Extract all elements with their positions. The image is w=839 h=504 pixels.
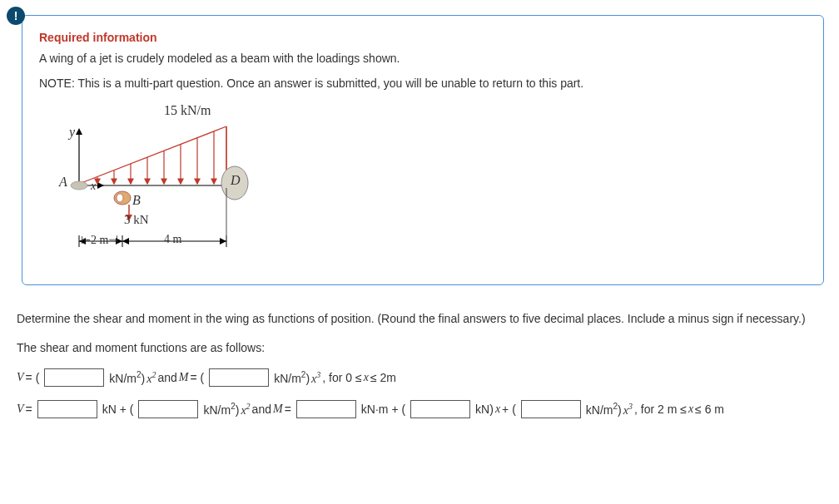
svg-line-4 <box>79 126 226 184</box>
range-2a: , for 2 m ≤ <box>634 403 687 416</box>
var-x-2: x <box>495 403 500 416</box>
text-knm-2: kN·m + ( <box>361 403 405 416</box>
var-x3-2: x3 <box>623 402 633 418</box>
svg-marker-37 <box>122 238 129 245</box>
equation-row-2: V = kN + ( kN/m2) x2 and M = kN·m + ( kN… <box>17 400 822 418</box>
axis-x-label: x <box>91 180 96 193</box>
unit-knm2-1b: kN/m2) <box>274 370 310 385</box>
force-label: 3 kN <box>124 213 149 227</box>
point-a-label: A <box>59 175 67 190</box>
question-intro: The shear and moment functions are as fo… <box>17 339 822 357</box>
required-text-2: NOTE: This is a multi-part question. Onc… <box>39 76 807 92</box>
svg-marker-21 <box>211 179 216 184</box>
svg-marker-11 <box>128 179 133 184</box>
range-2b: ≤ 6 m <box>695 403 724 416</box>
svg-marker-9 <box>112 179 117 184</box>
range-x-2: x <box>688 403 693 416</box>
alert-icon: ! <box>7 7 25 25</box>
range-1a: , for 0 ≤ <box>322 371 361 384</box>
svg-marker-38 <box>220 238 226 245</box>
text-knx-2: kN) <box>475 403 494 416</box>
text-eqopen2-1: = ( <box>190 371 204 384</box>
svg-marker-3 <box>97 182 104 189</box>
point-b-label: B <box>132 193 141 208</box>
var-x2-2: x2 <box>241 402 250 418</box>
var-m-1: M <box>179 371 189 384</box>
input-m2-const[interactable] <box>296 400 356 418</box>
svg-marker-19 <box>195 179 200 184</box>
text-eq-2: = <box>26 403 32 416</box>
point-d-label: D <box>231 173 241 188</box>
figure-container: 15 kN/m y A D B x 3 kN ⊢2 m⊣ 4 m <box>64 106 280 264</box>
text-and-2: and <box>252 403 271 416</box>
text-eqopen-1: = ( <box>26 371 40 384</box>
unit-knm2-2a: kN/m2) <box>203 402 239 417</box>
text-and-1: and <box>157 371 176 384</box>
equation-row-1: V = ( kN/m2) x2 and M = ( kN/m2) x3 , fo… <box>17 368 822 387</box>
svg-point-27 <box>117 194 123 202</box>
beam-figure: 15 kN/m y A D B x 3 kN ⊢2 m⊣ 4 m <box>64 106 256 264</box>
required-text-1: A wing of a jet is crudely modeled as a … <box>39 51 807 67</box>
svg-marker-17 <box>178 179 183 184</box>
load-label: 15 kN/m <box>164 103 211 118</box>
svg-marker-15 <box>161 179 166 184</box>
dimension-2: 4 m <box>164 233 181 246</box>
input-v2-const[interactable] <box>37 400 97 418</box>
var-v-1: V <box>17 371 24 384</box>
var-v-2: V <box>17 403 24 416</box>
text-eq2-2: = <box>285 403 291 416</box>
svg-marker-1 <box>76 128 82 135</box>
input-m2-cubic[interactable] <box>521 400 581 418</box>
svg-marker-13 <box>145 179 150 184</box>
svg-point-25 <box>71 181 87 190</box>
var-m-2: M <box>273 403 283 416</box>
dimension-1: ⊢2 m⊣ <box>81 233 118 247</box>
required-title: Required information <box>39 31 807 44</box>
unit-knm2-2b: kN/m2) <box>586 402 622 417</box>
unit-knm2-1a: kN/m2) <box>109 370 145 385</box>
input-m1-coef[interactable] <box>209 368 269 387</box>
input-v2-coef[interactable] <box>138 400 198 418</box>
text-kn-2: kN + ( <box>102 403 134 416</box>
required-info-card: Required information A wing of a jet is … <box>22 15 824 285</box>
input-v1-coef[interactable] <box>44 368 104 387</box>
question-prompt: Determine the shear and moment in the wi… <box>17 310 822 328</box>
axis-y-label: y <box>69 125 75 140</box>
var-x3-1: x3 <box>311 370 320 386</box>
range-1b: ≤ 2m <box>370 371 396 384</box>
dim1-value: 2 m <box>91 234 108 246</box>
question-body: Determine the shear and moment in the wi… <box>7 310 832 418</box>
input-m2-lin[interactable] <box>410 400 470 418</box>
range-x-1: x <box>364 371 369 384</box>
text-plus-2: + ( <box>502 403 516 416</box>
var-x2-1: x2 <box>146 370 156 386</box>
